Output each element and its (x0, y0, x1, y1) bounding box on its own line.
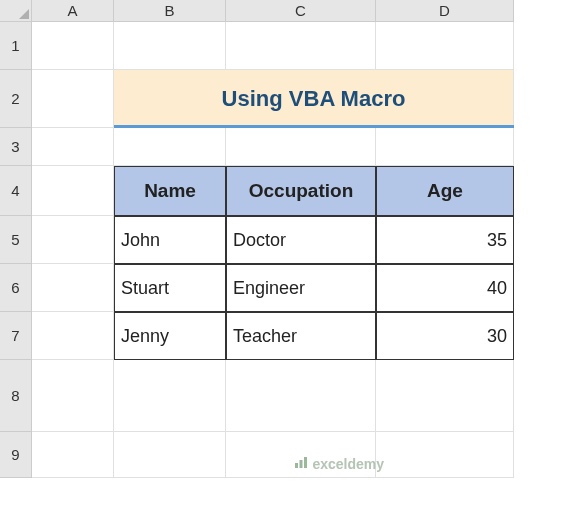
chart-icon (294, 455, 308, 472)
cell-D1[interactable] (376, 22, 514, 70)
table-header-0[interactable]: Name (114, 166, 226, 216)
svg-rect-0 (295, 463, 298, 468)
table-cell-1-name[interactable]: Stuart (114, 264, 226, 312)
row-header-6[interactable]: 6 (0, 264, 32, 312)
cell-B9[interactable] (114, 432, 226, 478)
col-header-C[interactable]: C (226, 0, 376, 22)
cell-A9[interactable] (32, 432, 114, 478)
table-cell-0-name[interactable]: John (114, 216, 226, 264)
svg-rect-2 (304, 457, 307, 468)
cell-D3[interactable] (376, 128, 514, 166)
col-header-D[interactable]: D (376, 0, 514, 22)
col-header-B[interactable]: B (114, 0, 226, 22)
cell-C8[interactable] (226, 360, 376, 432)
row-9 (32, 432, 514, 478)
cell-B8[interactable] (114, 360, 226, 432)
row-3 (32, 128, 514, 166)
cell-A6[interactable] (32, 264, 114, 312)
cell-A2[interactable] (32, 70, 114, 128)
col-header-A[interactable]: A (32, 0, 114, 22)
table-cell-1-age[interactable]: 40 (376, 264, 514, 312)
cell-B3[interactable] (114, 128, 226, 166)
cell-A3[interactable] (32, 128, 114, 166)
cell-D9[interactable] (376, 432, 514, 478)
table-cell-0-occupation[interactable]: Doctor (226, 216, 376, 264)
row-headers: 123456789 (0, 22, 32, 478)
row-1 (32, 22, 514, 70)
row-header-4[interactable]: 4 (0, 166, 32, 216)
row-5: JohnDoctor35 (32, 216, 514, 264)
cell-B1[interactable] (114, 22, 226, 70)
row-6: StuartEngineer40 (32, 264, 514, 312)
table-cell-2-occupation[interactable]: Teacher (226, 312, 376, 360)
cell-C1[interactable] (226, 22, 376, 70)
cell-A8[interactable] (32, 360, 114, 432)
cell-A7[interactable] (32, 312, 114, 360)
table-cell-0-age[interactable]: 35 (376, 216, 514, 264)
cell-C3[interactable] (226, 128, 376, 166)
spreadsheet: ABCD 123456789 Using VBA MacroNameOccupa… (0, 0, 574, 514)
cell-A4[interactable] (32, 166, 114, 216)
table-cell-2-name[interactable]: Jenny (114, 312, 226, 360)
cell-D8[interactable] (376, 360, 514, 432)
table-header-2[interactable]: Age (376, 166, 514, 216)
row-4: NameOccupationAge (32, 166, 514, 216)
row-header-3[interactable]: 3 (0, 128, 32, 166)
table-cell-1-occupation[interactable]: Engineer (226, 264, 376, 312)
row-8 (32, 360, 514, 432)
row-header-1[interactable]: 1 (0, 22, 32, 70)
column-headers: ABCD (32, 0, 514, 22)
row-header-2[interactable]: 2 (0, 70, 32, 128)
watermark: exceldemy (294, 455, 384, 472)
row-header-5[interactable]: 5 (0, 216, 32, 264)
row-header-9[interactable]: 9 (0, 432, 32, 478)
watermark-text: exceldemy (312, 456, 384, 472)
title-cell[interactable]: Using VBA Macro (114, 70, 514, 128)
select-all-button[interactable] (0, 0, 32, 22)
svg-rect-1 (300, 460, 303, 468)
row-header-7[interactable]: 7 (0, 312, 32, 360)
cell-A1[interactable] (32, 22, 114, 70)
row-2: Using VBA Macro (32, 70, 514, 128)
cell-A5[interactable] (32, 216, 114, 264)
cell-grid: Using VBA MacroNameOccupationAgeJohnDoct… (32, 22, 514, 478)
table-cell-2-age[interactable]: 30 (376, 312, 514, 360)
row-7: JennyTeacher30 (32, 312, 514, 360)
row-header-8[interactable]: 8 (0, 360, 32, 432)
table-header-1[interactable]: Occupation (226, 166, 376, 216)
title-underline (114, 125, 514, 128)
